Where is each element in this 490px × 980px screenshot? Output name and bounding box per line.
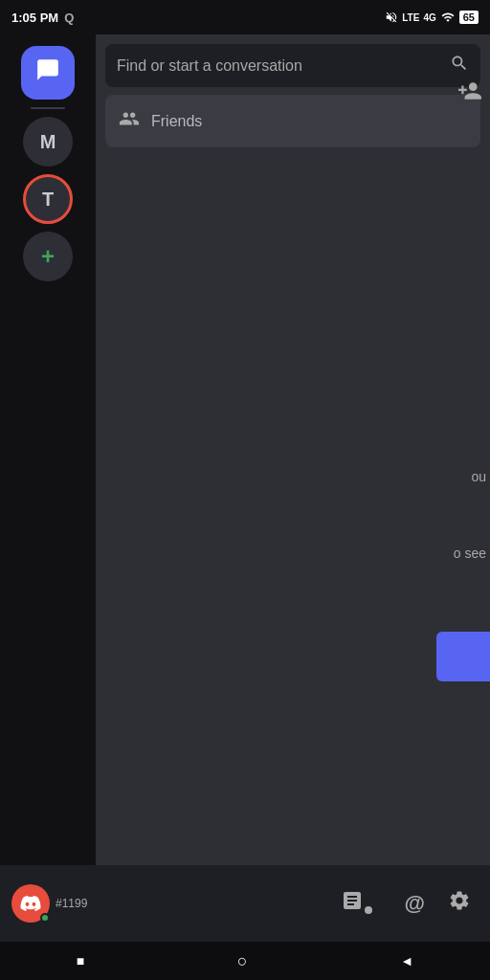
online-status-dot (40, 913, 50, 923)
lte-icon: LTE (402, 12, 419, 23)
search-bar[interactable]: Find or start a conversation (105, 44, 480, 87)
bottom-nav: #1199 @ (0, 865, 490, 942)
partial-text-see: o see (454, 546, 486, 561)
server-m-label: M (40, 131, 56, 153)
server-sidebar: M T + (0, 34, 96, 865)
status-time: 1:05 PM (11, 11, 58, 25)
search-icon (450, 54, 469, 78)
signal-4g-icon: 4G (423, 12, 435, 23)
server-t-label: T (42, 189, 54, 211)
user-section: #1199 (0, 884, 96, 923)
recent-apps-button[interactable]: ■ (77, 953, 84, 969)
server-icon-m[interactable]: M (23, 117, 73, 167)
android-navbar: ■ ○ ◄ (0, 942, 490, 980)
mute-icon (385, 11, 398, 24)
settings-icon[interactable] (448, 889, 471, 918)
friends-icon (119, 108, 140, 134)
signal-bars-icon (440, 11, 456, 24)
mentions-icon[interactable]: @ (405, 891, 425, 916)
threads-icon[interactable] (341, 889, 381, 918)
user-avatar[interactable] (11, 884, 50, 923)
discord-logo (19, 892, 42, 915)
status-bar: 1:05 PM Q LTE 4G 65 (0, 0, 490, 34)
chat-bubble-icon (35, 57, 60, 88)
home-button[interactable]: ○ (237, 951, 248, 971)
partial-button[interactable] (436, 632, 490, 681)
add-friend-button[interactable] (457, 78, 482, 107)
server-icon-t[interactable]: T (23, 174, 73, 224)
dm-server-icon[interactable] (21, 46, 75, 100)
notification-icon: Q (64, 11, 74, 25)
back-button[interactable]: ◄ (400, 953, 413, 969)
friends-label: Friends (151, 113, 202, 130)
add-server-button[interactable]: + (23, 232, 73, 281)
dm-empty-area (96, 147, 490, 865)
svg-point-0 (365, 906, 372, 914)
add-server-icon: + (41, 243, 55, 270)
bottom-nav-icons: @ (96, 889, 490, 918)
battery-icon: 65 (459, 11, 479, 24)
dm-panel: Find or start a conversation Friends (96, 34, 490, 865)
status-icons: LTE 4G 65 (385, 11, 479, 24)
main-layout: M T + Find or start a conversation Frien… (0, 34, 490, 865)
user-tag: #1199 (56, 897, 87, 910)
search-placeholder: Find or start a conversation (117, 57, 442, 75)
partial-text-you: ou (471, 469, 486, 484)
server-divider (31, 107, 65, 109)
friends-item[interactable]: Friends (105, 95, 480, 147)
